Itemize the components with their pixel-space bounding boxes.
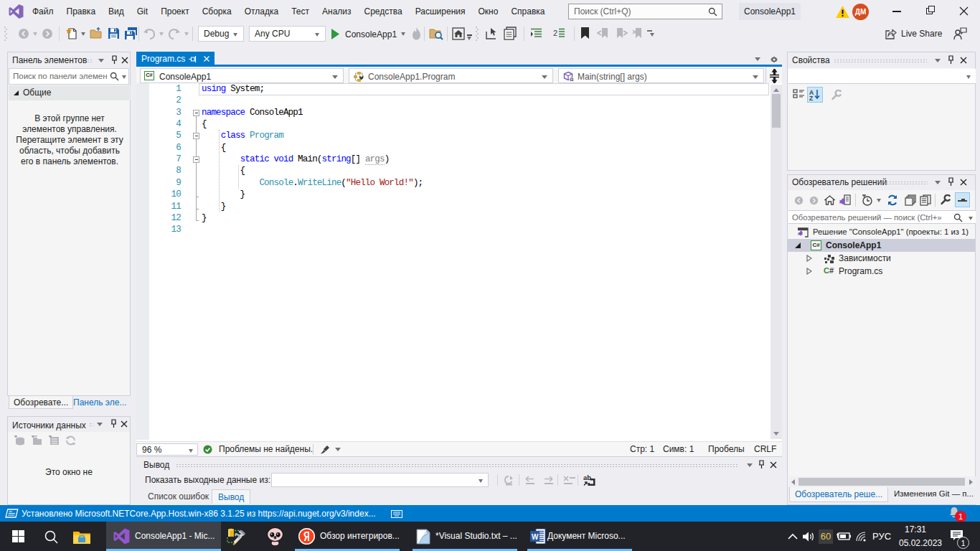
svg-text:W: W — [532, 533, 539, 541]
svg-text:2: 2 — [553, 29, 557, 37]
svg-text:Z: Z — [809, 95, 813, 101]
